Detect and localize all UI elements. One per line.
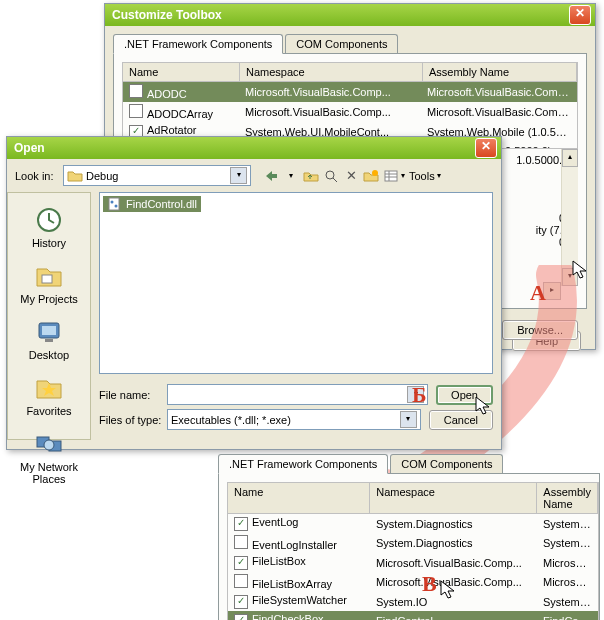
- tab-net-framework[interactable]: .NET Framework Components: [218, 454, 388, 474]
- titlebar[interactable]: Open ✕: [7, 137, 501, 159]
- up-folder-icon[interactable]: [302, 167, 320, 185]
- table-row[interactable]: ADODCArrayMicrosoft.VisualBasic.Comp...M…: [123, 102, 577, 122]
- search-icon[interactable]: [322, 167, 340, 185]
- svg-point-1: [372, 170, 378, 176]
- open-dialog-window: Open ✕ Look in: Debug ▾ ▾ ✕ ▾ Tools ▾ Hi…: [6, 136, 502, 450]
- window-title: Open: [11, 141, 475, 155]
- scroll-up-icon[interactable]: ▴: [562, 149, 578, 167]
- tab-com-components[interactable]: COM Components: [390, 454, 503, 473]
- place-my-network-places[interactable]: My Network Places: [8, 423, 90, 491]
- file-list[interactable]: FindControl.dll: [99, 192, 493, 374]
- window-title: Customize Toolbox: [109, 8, 569, 22]
- filename-label: File name:: [99, 389, 167, 401]
- chevron-down-icon[interactable]: ▾: [230, 167, 247, 184]
- col-assembly[interactable]: Assembly Name: [537, 483, 598, 513]
- views-icon[interactable]: [382, 167, 400, 185]
- table-row[interactable]: EventLogInstallerSystem.DiagnosticsSyste…: [228, 533, 598, 553]
- tools-menu[interactable]: Tools: [409, 170, 435, 182]
- chevron-down-icon[interactable]: ▾: [282, 167, 300, 185]
- close-icon[interactable]: ✕: [569, 5, 591, 25]
- marker-a: А: [530, 280, 546, 306]
- checkbox-icon[interactable]: ✓: [234, 595, 248, 609]
- tab-com-components[interactable]: COM Components: [285, 34, 398, 53]
- svg-point-12: [111, 201, 114, 204]
- table-row[interactable]: ✓FileSystemWatcherSystem.IOSystem (1.0.5…: [228, 592, 598, 611]
- chevron-down-icon[interactable]: ▾: [400, 411, 417, 428]
- marker-v: В: [422, 571, 437, 597]
- lookin-value: Debug: [86, 170, 118, 182]
- svg-point-10: [44, 440, 54, 450]
- titlebar[interactable]: Customize Toolbox ✕: [105, 4, 595, 26]
- table-row[interactable]: ✓FileListBoxMicrosoft.VisualBasic.Comp..…: [228, 553, 598, 572]
- svg-rect-6: [42, 326, 56, 335]
- file-item[interactable]: FindControl.dll: [103, 196, 201, 212]
- table-row[interactable]: ✓EventLogSystem.DiagnosticsSystem (1.0.5…: [228, 514, 598, 533]
- table-row[interactable]: ✓FindCheckBoxFindControlFindControl (1.0…: [228, 611, 598, 620]
- filename-input[interactable]: ▾: [167, 384, 428, 405]
- checkbox-icon[interactable]: ✓: [234, 556, 248, 570]
- col-assembly[interactable]: Assembly Name: [423, 63, 577, 81]
- filetype-combo[interactable]: Executables (*.dll; *.exe)▾: [167, 409, 421, 430]
- checkbox-icon[interactable]: ✓: [234, 517, 248, 531]
- browse-button[interactable]: Browse...: [502, 320, 578, 340]
- svg-rect-11: [109, 198, 119, 210]
- back-icon[interactable]: [262, 167, 280, 185]
- table-row[interactable]: FileListBoxArrayMicrosoft.VisualBasic.Co…: [228, 572, 598, 592]
- close-icon[interactable]: ✕: [475, 138, 497, 158]
- lookin-combo[interactable]: Debug ▾: [63, 165, 251, 186]
- svg-rect-7: [45, 339, 53, 342]
- place-desktop[interactable]: Desktop: [8, 311, 90, 367]
- checkbox-icon[interactable]: [129, 104, 143, 118]
- list-header: Name Namespace Assembly Name: [122, 62, 578, 82]
- new-folder-icon[interactable]: [362, 167, 380, 185]
- marker-b: Б: [412, 382, 427, 408]
- component-list[interactable]: ✓EventLogSystem.DiagnosticsSystem (1.0.5…: [227, 514, 599, 620]
- svg-rect-2: [385, 171, 397, 181]
- place-history[interactable]: History: [8, 199, 90, 255]
- place-favorites[interactable]: Favorites: [8, 367, 90, 423]
- col-namespace[interactable]: Namespace: [240, 63, 423, 81]
- dll-icon: [107, 197, 123, 211]
- table-row[interactable]: ADODCMicrosoft.VisualBasic.Comp...Micros…: [123, 82, 577, 102]
- places-bar: HistoryMy ProjectsDesktopFavoritesMy Net…: [7, 192, 91, 440]
- folder-icon: [67, 169, 83, 183]
- filetype-label: Files of type:: [99, 414, 167, 426]
- checkbox-icon[interactable]: [129, 84, 143, 98]
- place-my-projects[interactable]: My Projects: [8, 255, 90, 311]
- checkbox-icon[interactable]: [234, 574, 248, 588]
- checkbox-icon[interactable]: [234, 535, 248, 549]
- chevron-down-icon[interactable]: ▾: [437, 171, 441, 180]
- cursor-icon: [440, 580, 456, 600]
- col-name[interactable]: Name: [123, 63, 240, 81]
- list-header: Name Namespace Assembly Name: [227, 482, 599, 514]
- chevron-down-icon[interactable]: ▾: [401, 171, 405, 180]
- svg-rect-4: [42, 275, 52, 283]
- tab-net-framework[interactable]: .NET Framework Components: [113, 34, 283, 54]
- lookin-label: Look in:: [15, 170, 63, 182]
- checkbox-icon[interactable]: ✓: [234, 614, 248, 620]
- svg-point-13: [115, 205, 118, 208]
- svg-point-0: [326, 171, 334, 179]
- partial-panel: .NET Framework Components COM Components…: [218, 454, 600, 620]
- cursor-icon: [475, 396, 491, 416]
- col-namespace[interactable]: Namespace: [370, 483, 537, 513]
- delete-icon[interactable]: ✕: [342, 167, 360, 185]
- col-name[interactable]: Name: [228, 483, 370, 513]
- cursor-icon: [572, 260, 588, 280]
